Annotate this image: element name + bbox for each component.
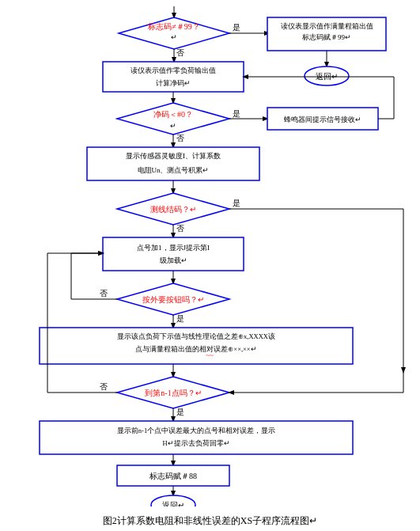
svg-text:标志码赋＃88: 标志码赋＃88 bbox=[149, 472, 197, 480]
svg-text:否: 否 bbox=[176, 224, 184, 233]
svg-text:显示前n-1个点中误差最大的点号和相对误差，显示: 显示前n-1个点中误差最大的点号和相对误差，显示 bbox=[117, 427, 275, 434]
svg-text:显示该点负荷下示值与线性理论值之差⊕x,XXXX该: 显示该点负荷下示值与线性理论值之差⊕x,XXXX该 bbox=[117, 332, 275, 340]
svg-text:点号加1，显示J提示第I: 点号加1，显示J提示第I bbox=[137, 244, 210, 252]
svg-marker-18 bbox=[117, 103, 229, 135]
svg-text:显示传感器灵敏度I、计算系数: 显示传感器灵敏度I、计算系数 bbox=[126, 152, 221, 160]
svg-text:测线结码？↵: 测线结码？↵ bbox=[150, 205, 196, 214]
svg-text:标志码赋＃99↵: 标志码赋＃99↵ bbox=[301, 33, 351, 41]
svg-text:点与满量程箱出值的相对误差⊕××,××↵: 点与满量程箱出值的相对误差⊕××,××↵ bbox=[135, 345, 256, 353]
caption: 图2计算系数电阻和非线性误差的XS子程序流程图↵ bbox=[0, 514, 420, 528]
svg-text:返回↵: 返回↵ bbox=[162, 501, 184, 506]
svg-text:否: 否 bbox=[100, 289, 108, 298]
svg-text:是: 是 bbox=[233, 199, 240, 207]
svg-text:按外要按钮吗？↵: 按外要按钮吗？↵ bbox=[142, 295, 204, 304]
svg-text:H↵提示去负荷回零↵: H↵提示去负荷回零↵ bbox=[162, 439, 229, 447]
svg-text:到第n-1点吗？↵: 到第n-1点吗？↵ bbox=[145, 389, 201, 397]
svg-text:标志码≠＃99？: 标志码≠＃99？ bbox=[147, 22, 200, 31]
svg-rect-41 bbox=[103, 237, 244, 271]
svg-text:读仪表显示值作满量程箱出值: 读仪表显示值作满量程箱出值 bbox=[281, 22, 373, 30]
svg-text:级加载↵: 级加载↵ bbox=[160, 256, 187, 264]
svg-text:否: 否 bbox=[100, 382, 108, 391]
svg-text:计算净码↵: 计算净码↵ bbox=[156, 79, 191, 87]
svg-text:读仪表示值作零负荷输出值: 读仪表示值作零负荷输出值 bbox=[131, 66, 216, 74]
svg-text:~~: ~~ bbox=[206, 351, 214, 359]
svg-text:是: 是 bbox=[233, 109, 240, 118]
svg-text:蜂鸣器间提示信号接收↵: 蜂鸣器间提示信号接收↵ bbox=[284, 116, 361, 123]
svg-text:是: 是 bbox=[176, 408, 184, 416]
svg-text:↵: ↵ bbox=[171, 33, 177, 41]
flowchart-container: 标志码≠＃99？ ↵ 是 否 读仪表显示值作满量程箱出值 标志码赋＃99↵ 返回… bbox=[0, 0, 420, 531]
svg-text:净码＜#0？: 净码＜#0？ bbox=[153, 110, 193, 119]
svg-text:是: 是 bbox=[176, 314, 184, 323]
svg-text:否: 否 bbox=[176, 134, 184, 142]
svg-text:↵: ↵ bbox=[170, 122, 176, 130]
flowchart-svg: 标志码≠＃99？ ↵ 是 否 读仪表显示值作满量程箱出值 标志码赋＃99↵ 返回… bbox=[0, 0, 420, 506]
svg-text:是: 是 bbox=[233, 23, 240, 32]
svg-text:电阻Un、测点号积累↵: 电阻Un、测点号积累↵ bbox=[138, 166, 210, 174]
svg-text:否: 否 bbox=[176, 48, 184, 57]
